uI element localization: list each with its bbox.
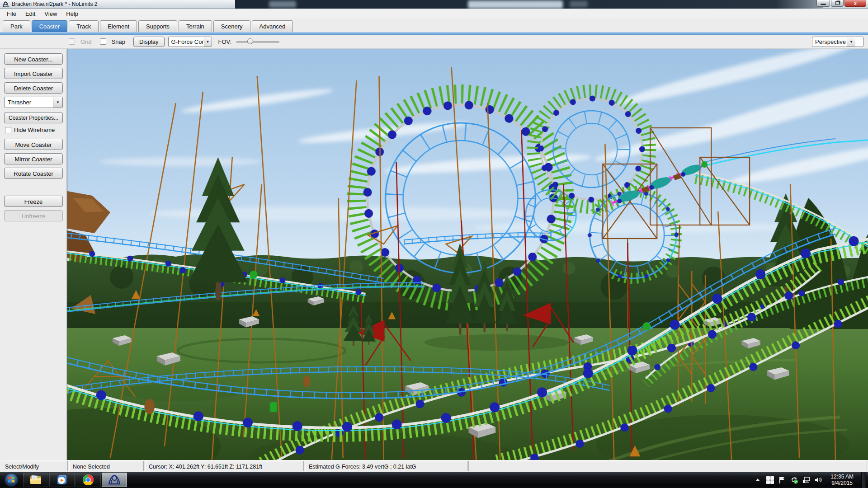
coaster-icon — [108, 474, 121, 486]
coaster-select[interactable]: Thrasher ▼ — [4, 97, 63, 108]
chevron-down-icon: ▼ — [204, 37, 212, 47]
tab-element[interactable]: Element — [100, 20, 137, 32]
action-center-flag-icon[interactable] — [778, 476, 786, 484]
tab-scenery[interactable]: Scenery — [213, 20, 250, 32]
snap-label: Snap — [112, 38, 125, 45]
start-button[interactable] — [0, 472, 23, 488]
grid-checkbox[interactable] — [69, 38, 75, 45]
sync-check-icon[interactable] — [790, 476, 798, 484]
restore-button[interactable] — [831, 0, 844, 7]
taskbar-app-chrome[interactable] — [75, 473, 101, 487]
status-cursor: Cursor: X: 401.262ft Y: 61.651ft Z: 1171… — [145, 461, 304, 471]
coaster-sidebar: New Coaster... Import Coaster Delete Coa… — [0, 49, 67, 460]
import-coaster-button[interactable]: Import Coaster — [4, 68, 63, 79]
chevron-down-icon: ▼ — [53, 97, 62, 108]
fov-slider-knob[interactable] — [247, 38, 253, 44]
mode-tabs: Park Coaster Track Element Supports Terr… — [0, 19, 868, 32]
menu-edit[interactable]: Edit — [21, 9, 39, 18]
grid-label: Grid — [80, 38, 92, 45]
chrome-icon — [82, 474, 94, 486]
status-selection: None Selected — [69, 461, 144, 471]
mirror-coaster-button[interactable]: Mirror Coaster — [4, 153, 63, 164]
clock-time: 12:35 AM — [830, 474, 854, 480]
hide-wireframe-label: Hide Wireframe — [14, 127, 55, 133]
show-desktop-button[interactable] — [861, 472, 866, 488]
clock-date: 9/4/2015 — [830, 480, 854, 486]
3d-viewport[interactable] — [67, 49, 868, 460]
delete-coaster-button[interactable]: Delete Coaster — [4, 82, 63, 94]
new-coaster-button[interactable]: New Coaster... — [4, 53, 63, 65]
menu-help[interactable]: Help — [62, 9, 82, 18]
taskbar-app-media-player[interactable] — [49, 473, 75, 487]
camera-mode-select[interactable]: Perspective ▼ — [812, 37, 863, 47]
app-icon — [2, 1, 9, 8]
windows-icon[interactable] — [766, 476, 774, 484]
window-title: Bracken Rise.nl2park * - NoLimits 2 — [12, 1, 97, 7]
tab-supports[interactable]: Supports — [138, 20, 177, 32]
windows-taskbar: 12:35 AM 9/4/2015 — [0, 472, 868, 488]
move-coaster-button[interactable]: Move Coaster — [4, 139, 63, 150]
chevron-down-icon: ▼ — [847, 37, 855, 47]
taskbar-app-nolimits[interactable] — [102, 473, 127, 487]
volume-icon[interactable] — [815, 476, 823, 484]
unfreeze-button[interactable]: Unfreeze — [4, 210, 63, 221]
status-mode: Select/Modify — [1, 461, 68, 471]
coaster-scene — [67, 49, 868, 460]
folder-icon — [29, 474, 42, 485]
hidden-icons-chevron[interactable] — [754, 476, 762, 484]
tab-coaster[interactable]: Coaster — [32, 20, 68, 32]
rotate-coaster-button[interactable]: Rotate Coaster — [4, 168, 63, 179]
system-tray: 12:35 AM 9/4/2015 — [754, 472, 868, 488]
menu-file[interactable]: File — [3, 9, 20, 18]
status-bar: Select/Modify None Selected Cursor: X: 4… — [0, 460, 868, 472]
minimize-button[interactable] — [816, 0, 830, 7]
display-button[interactable]: Display — [133, 37, 165, 47]
title-bar[interactable]: Bracken Rise.nl2park * - NoLimits 2 x — [0, 0, 868, 9]
coaster-properties-button[interactable]: Coaster Properties... — [4, 112, 63, 123]
fov-slider[interactable] — [236, 38, 279, 46]
snap-checkbox[interactable] — [100, 38, 106, 45]
tab-terrain[interactable]: Terrain — [179, 20, 212, 32]
media-player-icon — [56, 474, 68, 486]
background-window-strip — [235, 0, 823, 9]
taskbar-app-explorer[interactable] — [23, 473, 48, 487]
tab-park[interactable]: Park — [3, 20, 30, 32]
taskbar-clock[interactable]: 12:35 AM 9/4/2015 — [827, 474, 857, 486]
gforce-display-select[interactable]: G-Force Com ▼ — [168, 37, 212, 47]
tab-track[interactable]: Track — [69, 20, 99, 32]
fov-label: FOV: — [218, 38, 232, 45]
status-gforces: Estimated G-Forces: 3.49 vertG ; 0.21 la… — [305, 461, 467, 471]
nolimits2-window: Bracken Rise.nl2park * - NoLimits 2 x Fi… — [0, 0, 868, 488]
close-button[interactable]: x — [844, 0, 866, 7]
coaster-toolbar: Grid Snap Display G-Force Com ▼ FOV: — [0, 35, 868, 49]
hide-wireframe-checkbox[interactable] — [5, 127, 11, 133]
network-icon[interactable] — [802, 476, 811, 484]
freeze-button[interactable]: Freeze — [4, 196, 63, 207]
menu-bar: File Edit View Help — [0, 9, 868, 19]
menu-view[interactable]: View — [40, 9, 61, 18]
tab-advanced[interactable]: Advanced — [252, 20, 293, 32]
